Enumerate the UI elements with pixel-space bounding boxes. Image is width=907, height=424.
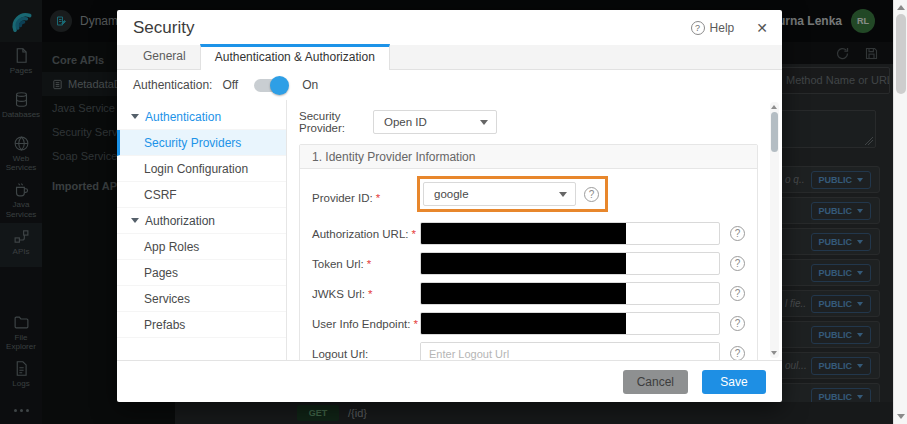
form-scrollbar[interactable] (770, 102, 779, 358)
scroll-up-icon[interactable] (771, 105, 777, 109)
redacted-value (421, 313, 626, 335)
modal-footer: Cancel Save (117, 360, 782, 402)
field-help-icon[interactable]: ? (730, 226, 745, 241)
field-help-icon[interactable]: ? (584, 187, 599, 202)
token-url-label: Token Url:* (312, 258, 420, 270)
authentication-toggle-row: Authentication: Off On (117, 70, 782, 100)
security-provider-label: Security Provider: (299, 110, 373, 134)
toggle-knob (270, 76, 289, 95)
scrollbar-thumb[interactable] (771, 112, 778, 152)
modal-header: Security ? Help ✕ (117, 10, 782, 45)
scrollbar-thumb[interactable] (896, 14, 906, 94)
user-info-endpoint-label: User Info Endpoint:* (312, 318, 420, 330)
nav-item-security-providers[interactable]: Security Providers (117, 130, 286, 156)
authorization-url-input[interactable] (420, 222, 720, 245)
chevron-down-icon (559, 192, 567, 197)
redacted-value (421, 283, 626, 305)
required-marker: * (376, 192, 380, 204)
triangle-down-icon (131, 114, 139, 119)
nav-group-authentication[interactable]: Authentication (117, 104, 286, 130)
jwks-url-label: JWKS Url:* (312, 288, 420, 300)
field-help-icon[interactable]: ? (730, 256, 745, 271)
field-help-icon[interactable]: ? (730, 346, 745, 360)
authentication-label: Authentication: (133, 78, 212, 92)
nav-item-prefabs[interactable]: Prefabs (117, 312, 286, 338)
page-scrollbar[interactable] (893, 0, 907, 424)
highlight-box: google ? (417, 176, 608, 212)
triangle-down-icon (131, 218, 139, 223)
identity-provider-section: 1. Identity Provider Information Provide… (299, 144, 758, 360)
tab-general[interactable]: General (129, 44, 200, 69)
section-title: 1. Identity Provider Information (300, 145, 757, 169)
modal-tab-bar: General Authentication & Authorization (117, 45, 782, 70)
field-help-icon[interactable]: ? (730, 286, 745, 301)
tab-authentication-authorization[interactable]: Authentication & Authorization (200, 44, 390, 70)
scroll-down-icon[interactable] (771, 351, 777, 355)
toggle-on-label: On (302, 78, 318, 92)
redacted-value (421, 223, 626, 245)
authentication-toggle[interactable] (254, 79, 286, 92)
nav-group-authorization[interactable]: Authorization (117, 208, 286, 234)
scroll-down-icon[interactable] (897, 414, 905, 419)
help-icon: ? (691, 21, 705, 35)
jwks-url-input[interactable] (420, 282, 720, 305)
help-button[interactable]: ? Help (691, 21, 735, 35)
redacted-value (421, 253, 626, 275)
security-provider-select[interactable]: Open ID (373, 110, 497, 134)
user-info-endpoint-input[interactable] (420, 312, 720, 335)
modal-title: Security (133, 18, 194, 38)
close-icon[interactable]: ✕ (756, 20, 768, 36)
logout-url-label: Logout Url: (312, 348, 420, 360)
nav-item-app-roles[interactable]: App Roles (117, 234, 286, 260)
nav-item-csrf[interactable]: CSRF (117, 182, 286, 208)
nav-item-pages[interactable]: Pages (117, 260, 286, 286)
toggle-off-label: Off (222, 78, 238, 92)
chevron-down-icon (480, 120, 488, 125)
authorization-url-label: Authorization URL:* (312, 228, 420, 240)
nav-item-login-configuration[interactable]: Login Configuration (117, 156, 286, 182)
provider-id-select[interactable]: google (423, 182, 576, 206)
security-modal: Security ? Help ✕ General Authentication… (117, 10, 782, 402)
modal-left-nav: Authentication Security Providers Login … (117, 100, 287, 360)
save-button[interactable]: Save (702, 370, 766, 394)
app-screen: Ritupurna Lenka RL Pages Databases Web S… (0, 0, 907, 424)
logout-url-input[interactable] (420, 342, 720, 360)
token-url-input[interactable] (420, 252, 720, 275)
security-providers-form: Security Provider: Open ID 1. Identity P… (287, 100, 782, 360)
field-help-icon[interactable]: ? (730, 316, 745, 331)
scroll-up-icon[interactable] (897, 5, 905, 10)
provider-id-label: Provider ID:* (312, 192, 420, 204)
nav-item-services[interactable]: Services (117, 286, 286, 312)
cancel-button[interactable]: Cancel (623, 370, 688, 394)
